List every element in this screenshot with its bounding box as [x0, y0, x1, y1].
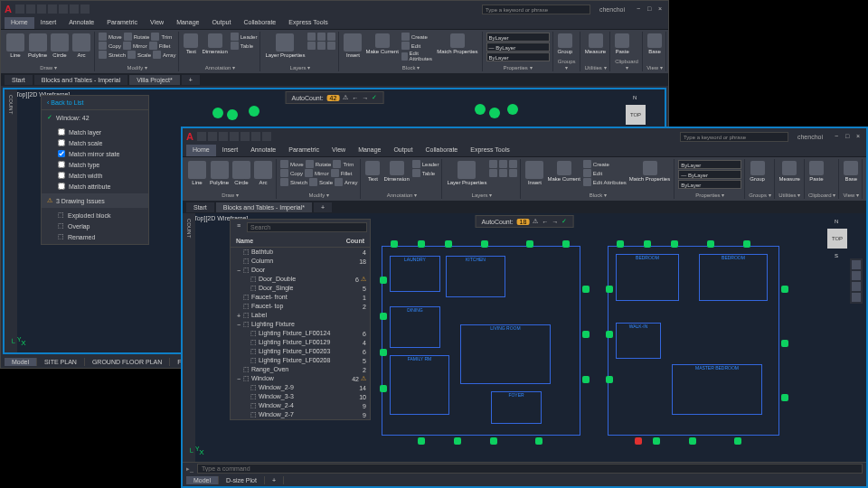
checkbox[interactable]: [58, 139, 65, 146]
autocount-warn-icon[interactable]: ⚠: [343, 94, 348, 101]
paste-button[interactable]: Paste: [614, 33, 630, 55]
window-block-icon[interactable]: [582, 376, 590, 383]
ribbon-copy-button[interactable]: [99, 42, 107, 50]
tab-parametric[interactable]: Parametric: [100, 17, 144, 29]
tab-output[interactable]: Output: [205, 17, 237, 29]
issues-header[interactable]: ⚠3 Drawing Issues: [42, 193, 148, 208]
bylayer-combo[interactable]: — ByLayer: [678, 170, 741, 179]
bylayer-combo[interactable]: ByLayer: [486, 33, 550, 42]
viewcube-face[interactable]: TOP: [827, 229, 847, 249]
ribbon-stretch-button[interactable]: [99, 51, 107, 59]
window-block-icon[interactable]: [781, 394, 788, 401]
back-to-list-link[interactable]: ‹ Back to List: [42, 96, 148, 110]
command-prompt-icon[interactable]: ▸_: [186, 465, 193, 473]
count-row[interactable]: −⬚ Lighting Fixture: [231, 320, 370, 329]
layout-add-icon[interactable]: +: [265, 476, 284, 484]
window-block-icon[interactable]: [418, 240, 425, 248]
ribbon-rotate-button[interactable]: [306, 160, 314, 168]
issue-item[interactable]: ⬚Renamed: [42, 231, 148, 242]
viewcube[interactable]: N TOP S: [821, 222, 854, 255]
ribbon-array-button[interactable]: [335, 178, 343, 186]
count-row[interactable]: −⬚ Door: [231, 266, 370, 275]
tree-block-icon[interactable]: [249, 106, 259, 117]
window-block-icon[interactable]: [582, 286, 590, 293]
tab-insert[interactable]: Insert: [216, 145, 245, 156]
count-search-input[interactable]: [247, 222, 367, 232]
doctab-add-icon[interactable]: +: [314, 202, 332, 212]
window-block-icon[interactable]: [734, 437, 741, 445]
tab-annotate[interactable]: Annotate: [62, 17, 100, 29]
checkbox[interactable]: [58, 172, 65, 179]
window-block-icon[interactable]: [671, 240, 678, 248]
window-block-icon[interactable]: [582, 331, 590, 338]
count-row[interactable]: ⬚ Faucet- top2: [231, 302, 370, 311]
count-row[interactable]: −⬚ Window42⚠: [231, 374, 370, 383]
window-block-icon[interactable]: [490, 437, 497, 445]
palette-strip[interactable]: COUNT: [183, 213, 195, 462]
minimize-icon[interactable]: −: [634, 5, 643, 14]
match-option[interactable]: Match layer: [42, 127, 148, 137]
ribbon-text-button[interactable]: Text: [183, 33, 199, 55]
match-option[interactable]: Match mirror state: [42, 148, 148, 159]
ribbon-trim-button[interactable]: [333, 160, 341, 168]
window-block-icon[interactable]: [391, 240, 398, 248]
tab-view[interactable]: View: [326, 145, 352, 156]
bylayer-combo[interactable]: ByLayer: [678, 160, 741, 169]
ribbon-trim-button[interactable]: [151, 33, 159, 41]
doctab[interactable]: Blocks and Tables - Imperial: [34, 75, 127, 85]
ribbon-arc-button[interactable]: Arc: [71, 33, 91, 59]
autocount-check-icon[interactable]: ✓: [372, 94, 377, 101]
doctab-add-icon[interactable]: +: [182, 75, 200, 85]
window-block-icon[interactable]: [481, 240, 488, 248]
drawing-viewport[interactable]: [-][Top][2D Wireframe] AutoCount: 18 ⚠←→…: [183, 213, 866, 462]
ucs-icon[interactable]: └ YX: [188, 446, 204, 456]
ribbon-line-button[interactable]: Line: [5, 33, 25, 59]
layout-tab[interactable]: GROUND FLOOR PLAN: [85, 358, 170, 366]
expand-icon[interactable]: −: [234, 267, 243, 274]
count-row[interactable]: ⬚ Column18: [231, 257, 370, 266]
layout-tab[interactable]: D-size Plot: [219, 476, 265, 484]
window-block-icon[interactable]: [707, 240, 714, 248]
match-option[interactable]: Match attribute: [42, 181, 148, 192]
filter-icon[interactable]: ≡: [233, 222, 244, 232]
count-row[interactable]: ⬚ Range_Oven2: [231, 365, 370, 374]
count-row[interactable]: ⬚ Lighting Fixture_LF001246: [231, 329, 370, 338]
floor-plan-left[interactable]: LAUNDRY KITCHEN DINING FAMILY RM LIVING …: [382, 246, 580, 436]
layout-model[interactable]: Model: [186, 476, 219, 484]
window-block-icon[interactable]: [781, 340, 788, 347]
bylayer-combo[interactable]: ByLayer: [486, 52, 550, 61]
window-block-icon[interactable]: [617, 240, 624, 248]
doctab-active[interactable]: Villa Project*: [129, 75, 180, 85]
autocount-toolbar[interactable]: AutoCount: 42 ⚠←→✓: [286, 91, 384, 104]
tree-block-icon[interactable]: [489, 108, 500, 118]
tab-collaborate[interactable]: Collaborate: [419, 145, 464, 156]
tab-manage[interactable]: Manage: [170, 17, 205, 29]
tab-express[interactable]: Express Tools: [464, 145, 515, 156]
tab-parametric[interactable]: Parametric: [282, 145, 326, 156]
tab-home[interactable]: Home: [186, 145, 216, 156]
count-row[interactable]: ⬚ Window_2-914: [231, 383, 370, 392]
paste-button[interactable]: Paste: [808, 160, 825, 183]
ribbon-line-button[interactable]: Line: [187, 160, 207, 186]
tab-insert[interactable]: Insert: [34, 17, 63, 29]
ribbon-fillet-button[interactable]: [331, 169, 339, 177]
count-row[interactable]: ⬚ Faucet- front1: [231, 293, 370, 302]
autocount-toolbar[interactable]: AutoCount: 18 ⚠←→✓: [476, 215, 574, 228]
close-icon[interactable]: ×: [656, 5, 665, 14]
base-view-button[interactable]: Base: [843, 160, 859, 183]
doctab-start[interactable]: Start: [186, 202, 214, 212]
window-block-icon[interactable]: [380, 313, 387, 320]
base-view-button[interactable]: Base: [646, 33, 663, 55]
help-search-input[interactable]: Type a keyword or phrase: [482, 5, 590, 14]
floor-plan-right[interactable]: BEDROOM BEDROOM WALK-IN MASTER BEDROOM: [608, 246, 779, 436]
window-block-icon[interactable]: [380, 349, 387, 356]
layout-tab[interactable]: SITE PLAN: [37, 358, 85, 366]
command-input[interactable]: [197, 464, 863, 474]
match-properties-button[interactable]: Match Properties: [436, 33, 478, 55]
tab-manage[interactable]: Manage: [352, 145, 387, 156]
maximize-icon[interactable]: □: [843, 132, 852, 141]
expand-icon[interactable]: +: [234, 313, 243, 319]
tree-block-icon[interactable]: [507, 104, 518, 115]
tab-view[interactable]: View: [144, 17, 170, 29]
window-block-icon[interactable]: [526, 240, 533, 248]
